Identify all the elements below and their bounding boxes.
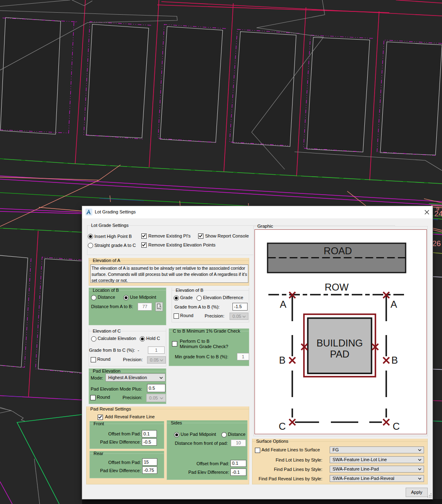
svg-text:B: B xyxy=(279,355,286,366)
svg-text:A: A xyxy=(280,299,286,310)
svg-text:B: B xyxy=(391,355,398,366)
svg-text:C: C xyxy=(393,421,400,432)
svg-text:BUILDING: BUILDING xyxy=(317,337,363,349)
svg-text:PAD: PAD xyxy=(330,349,350,360)
svg-text:C: C xyxy=(279,421,286,432)
svg-text:9: 9 xyxy=(436,206,439,212)
svg-text:A: A xyxy=(391,299,397,310)
svg-text:26: 26 xyxy=(432,239,441,248)
svg-text:ROW: ROW xyxy=(325,282,349,293)
svg-text:ROAD: ROAD xyxy=(324,245,352,256)
